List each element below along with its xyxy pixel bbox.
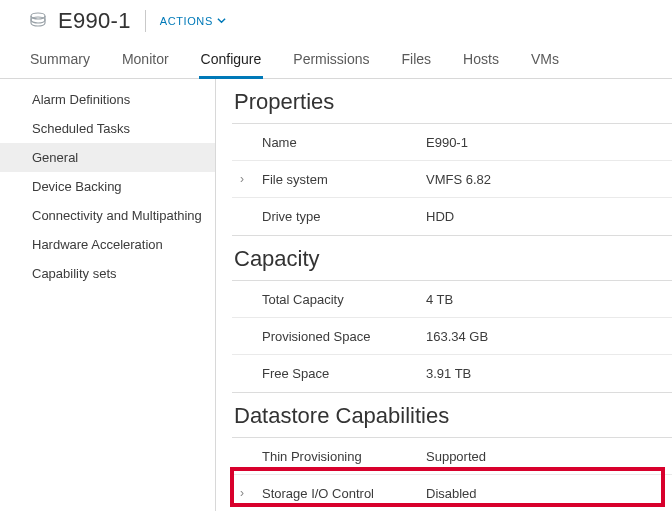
- prop-label-drivetype: Drive type: [232, 209, 422, 224]
- tab-bar: Summary Monitor Configure Permissions Fi…: [0, 41, 672, 79]
- prop-value-filesystem: VMFS 6.82: [422, 172, 672, 187]
- prop-label-thin: Thin Provisioning: [232, 449, 422, 464]
- sidebar: Alarm Definitions Scheduled Tasks Genera…: [0, 79, 216, 511]
- prop-label-text: Storage I/O Control: [262, 486, 374, 501]
- prop-value-drivetype: HDD: [422, 209, 672, 224]
- sidebar-item-capability-sets[interactable]: Capability sets: [0, 259, 215, 288]
- table-row: › Storage I/O Control Disabled: [232, 475, 672, 511]
- sidebar-item-hardware-accel[interactable]: Hardware Acceleration: [0, 230, 215, 259]
- section-title-capacity: Capacity: [232, 240, 672, 280]
- sidebar-item-alarm-definitions[interactable]: Alarm Definitions: [0, 85, 215, 114]
- tab-monitor[interactable]: Monitor: [120, 41, 171, 79]
- datastore-icon: [28, 11, 48, 31]
- main-panel: Properties Name E990-1 › File system VMF…: [216, 79, 672, 511]
- prop-value-thin: Supported: [422, 449, 672, 464]
- prop-value-name: E990-1: [422, 135, 672, 150]
- capacity-table: Total Capacity 4 TB Provisioned Space 16…: [232, 280, 672, 393]
- prop-value-total: 4 TB: [422, 292, 672, 307]
- table-row: › File system VMFS 6.82: [232, 161, 672, 198]
- header-divider: [145, 10, 146, 32]
- prop-value-provisioned: 163.34 GB: [422, 329, 672, 344]
- svg-point-1: [31, 17, 45, 23]
- chevron-right-icon[interactable]: ›: [240, 486, 244, 500]
- prop-label-text: File system: [262, 172, 328, 187]
- actions-label: ACTIONS: [160, 15, 213, 27]
- sidebar-item-scheduled-tasks[interactable]: Scheduled Tasks: [0, 114, 215, 143]
- prop-label-free: Free Space: [232, 366, 422, 381]
- tab-vms[interactable]: VMs: [529, 41, 561, 79]
- chevron-right-icon[interactable]: ›: [240, 172, 244, 186]
- section-title-properties: Properties: [232, 83, 672, 123]
- table-row: Total Capacity 4 TB: [232, 281, 672, 318]
- chevron-down-icon: [217, 15, 226, 27]
- tab-hosts[interactable]: Hosts: [461, 41, 501, 79]
- table-row: Name E990-1: [232, 124, 672, 161]
- prop-label-provisioned: Provisioned Space: [232, 329, 422, 344]
- properties-table: Name E990-1 › File system VMFS 6.82 Driv…: [232, 123, 672, 236]
- prop-label-sioc: › Storage I/O Control: [232, 486, 422, 501]
- sidebar-item-general[interactable]: General: [0, 143, 215, 172]
- prop-label-total: Total Capacity: [232, 292, 422, 307]
- page-title: E990-1: [58, 8, 131, 34]
- actions-menu[interactable]: ACTIONS: [160, 15, 226, 27]
- capabilities-table: Thin Provisioning Supported › Storage I/…: [232, 437, 672, 511]
- table-row: Provisioned Space 163.34 GB: [232, 318, 672, 355]
- sidebar-item-device-backing[interactable]: Device Backing: [0, 172, 215, 201]
- tab-configure[interactable]: Configure: [199, 41, 264, 79]
- page-header: E990-1 ACTIONS: [0, 0, 672, 41]
- prop-value-free: 3.91 TB: [422, 366, 672, 381]
- prop-value-sioc: Disabled: [422, 486, 672, 501]
- table-row: Free Space 3.91 TB: [232, 355, 672, 392]
- prop-label-name: Name: [232, 135, 422, 150]
- tab-summary[interactable]: Summary: [28, 41, 92, 79]
- prop-label-filesystem: › File system: [232, 172, 422, 187]
- tab-files[interactable]: Files: [400, 41, 434, 79]
- section-title-capabilities: Datastore Capabilities: [232, 397, 672, 437]
- sidebar-item-connectivity[interactable]: Connectivity and Multipathing: [0, 201, 215, 230]
- table-row: Thin Provisioning Supported: [232, 438, 672, 475]
- tab-permissions[interactable]: Permissions: [291, 41, 371, 79]
- table-row: Drive type HDD: [232, 198, 672, 235]
